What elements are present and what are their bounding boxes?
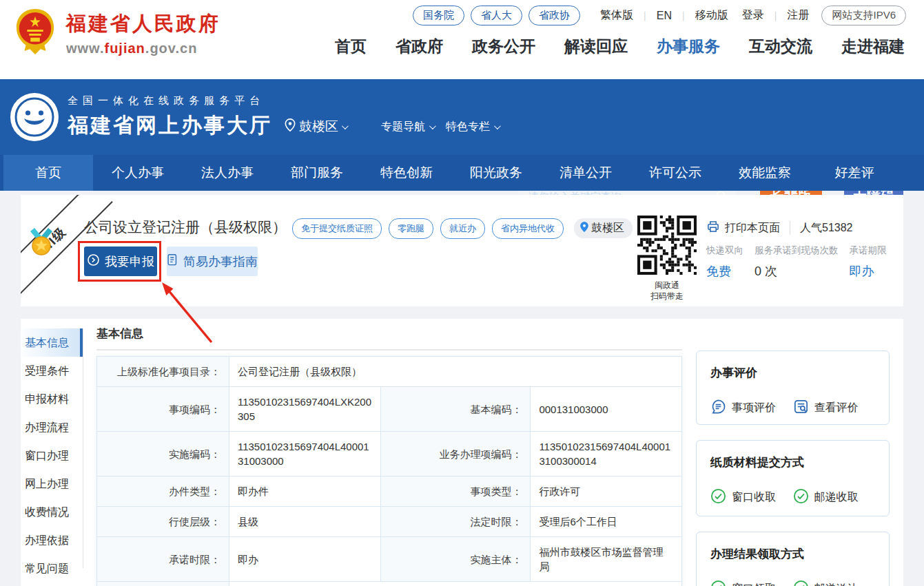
print-row: 打印本页面 人气51382 [706, 220, 853, 236]
qr-code [637, 216, 697, 275]
sidebar-item-7[interactable]: 办理依据 [21, 526, 83, 554]
apply-button[interactable]: 我要申报 [84, 247, 157, 276]
table-row: 《中华人民共和国公司登记管理条例》第五十三条：公司登记机关对决定予以受理的登记申… [97, 582, 682, 586]
site-url-prefix: www. [66, 41, 104, 56]
quick-link-0[interactable]: 国务院 [413, 6, 464, 25]
page: 福建省人民政府 www.fujian.gov.cn 国务院省人大省政协 繁体版｜… [0, 0, 924, 586]
lang-link-0[interactable]: 繁体版 [600, 8, 633, 23]
row-label: 实施主体： [380, 537, 531, 582]
chevron-down-icon [494, 123, 501, 129]
row-label: 业务办理项编码： [380, 432, 531, 477]
quick-link-1[interactable]: 省人大 [471, 6, 522, 25]
hall-name: 福建省网上办事大厅 [68, 112, 272, 140]
hallnav-item-7[interactable]: 许可公示 [630, 155, 720, 191]
panel-item-事项评价[interactable]: 事项评价 [710, 399, 793, 417]
divider [83, 328, 83, 568]
lang-link-1[interactable]: EN [657, 10, 672, 22]
row-label: 行使层级： [97, 507, 229, 537]
panel-item-窗口领取[interactable]: 窗口领取 [710, 580, 793, 586]
service-tag-1: 零跑腿 [389, 218, 433, 239]
qr-caption-line2: 扫码带走 [637, 291, 697, 302]
panel-item-邮递收取[interactable]: 邮递收取 [793, 488, 876, 507]
document-icon [167, 253, 178, 270]
row-label: 承诺时限： [97, 537, 229, 582]
topnav-item-5[interactable]: 互动交流 [749, 36, 812, 57]
sidebar-item-3[interactable]: 办理流程 [21, 413, 83, 441]
printer-icon[interactable] [706, 220, 720, 236]
hallnav-item-9[interactable]: 好差评 [810, 155, 899, 191]
panel-item-label: 窗口收取 [732, 490, 776, 505]
panel-item-邮递送达[interactable]: 邮递送达 [793, 580, 876, 586]
auth-link-1[interactable]: 注册 [787, 8, 809, 23]
topnav-item-0[interactable]: 首页 [335, 36, 367, 57]
menu-topics[interactable]: 专题导航 [381, 120, 434, 134]
service-tag-3: 省内异地代收 [492, 218, 564, 239]
hallnav-item-0[interactable]: 首页 [3, 155, 93, 191]
row-value: 即办 [229, 537, 380, 582]
topnav-item-4[interactable]: 办事服务 [657, 36, 720, 57]
topnav-item-1[interactable]: 省政府 [396, 36, 443, 57]
hall-nav: 首页个人办事法人办事部门服务特色创新阳光政务清单公开许可公示效能监察好差评 [0, 155, 924, 191]
service-tag-2: 就近办 [440, 218, 485, 239]
sidebar-item-8[interactable]: 常见问题 [21, 554, 83, 583]
topnav-item-6[interactable]: 走进福建 [841, 36, 905, 57]
hallnav-item-8[interactable]: 效能监察 [720, 155, 810, 191]
lang-link-2[interactable]: 移动版 [695, 8, 728, 23]
panel-title: 纸质材料提交方式 [710, 454, 875, 470]
sidebar-item-4[interactable]: 窗口办理 [21, 441, 83, 470]
check-icon [710, 488, 726, 507]
guide-button-label: 简易办事指南 [183, 253, 258, 270]
platform-line: 全国一体化在线政务服务平台 [68, 94, 272, 107]
chevron-down-icon [342, 123, 349, 129]
ipv6-badge: 网站支持IPV6 [821, 6, 906, 25]
panel-item-label: 查看评价 [814, 401, 859, 415]
row-value: 行政许可 [531, 477, 682, 507]
sidebar-item-6[interactable]: 收费情况 [21, 498, 83, 526]
quick-link-2[interactable]: 省政协 [528, 6, 580, 25]
sidebar-item-1[interactable]: 受理条件 [21, 357, 83, 385]
row-label: 实施编码： [97, 432, 229, 477]
location-pin-icon [579, 221, 589, 236]
location-pin-icon [285, 118, 296, 135]
hallnav-item-6[interactable]: 清单公开 [541, 155, 630, 191]
row-value: 受理后6个工作日 [531, 507, 682, 537]
divider: ｜ [640, 10, 650, 22]
row-value: 11350102315697404LXK200305 [229, 387, 380, 432]
service-card: II级 公司设立登记注册（县级权限） 免于提交纸质证照零跑腿就近办省内异地代收 … [21, 195, 903, 306]
panel-title: 办理结果领取方式 [710, 546, 875, 562]
lang-links: 繁体版｜EN｜移动版 [600, 8, 728, 23]
menu-special[interactable]: 特色专栏 [446, 120, 499, 134]
location-label: 鼓楼区 [299, 118, 338, 136]
row-label: 办件类型： [97, 477, 229, 507]
sidebar-item-0[interactable]: 基本信息 [21, 328, 83, 357]
table-row: 实施编码：11350102315697404L4000131003000业务办理… [97, 432, 682, 477]
panel-item-窗口收取[interactable]: 窗口收取 [710, 488, 793, 507]
hallnav-item-2[interactable]: 法人办事 [183, 155, 272, 191]
stat-2: 承诺期限即办 [850, 244, 887, 280]
sidebar-item-5[interactable]: 网上办理 [21, 470, 83, 498]
hallnav-item-1[interactable]: 个人办事 [93, 155, 183, 191]
panel-item-label: 邮递收取 [814, 490, 859, 505]
topnav-item-2[interactable]: 政务公开 [472, 36, 535, 57]
location-switcher[interactable]: 鼓楼区 [285, 118, 347, 136]
national-emblem-icon [14, 8, 57, 58]
panel-item-查看评价[interactable]: 查看评价 [793, 399, 876, 417]
panel-0: 办事评价事项评价查看评价 [696, 350, 890, 425]
site-url: www.fujian.gov.cn [66, 41, 220, 56]
row-value: 福州市鼓楼区市场监督管理局 [531, 537, 682, 582]
apply-button-label: 我要申报 [105, 253, 154, 270]
row-value: 公司登记注册（县级权限） [229, 357, 681, 387]
panel-item-label: 邮递送达 [814, 582, 859, 586]
view-review-icon [793, 399, 809, 417]
topnav-item-3[interactable]: 解读回应 [564, 36, 628, 57]
sidebar-item-2[interactable]: 申报材料 [21, 385, 83, 413]
table-row: 事项编码：11350102315697404LXK200305基本编码：0001… [97, 387, 682, 432]
auth-link-0[interactable]: 登录 [742, 8, 764, 23]
hallnav-item-4[interactable]: 特色创新 [362, 155, 451, 191]
hallnav-item-5[interactable]: 阳光政务 [451, 155, 541, 191]
print-page-button[interactable]: 打印本页面 [725, 221, 780, 236]
hallnav-item-3[interactable]: 部门服务 [272, 155, 362, 191]
row-label: 基本编码： [380, 387, 531, 432]
guide-button[interactable]: 简易办事指南 [167, 247, 258, 276]
check-icon [710, 580, 726, 586]
